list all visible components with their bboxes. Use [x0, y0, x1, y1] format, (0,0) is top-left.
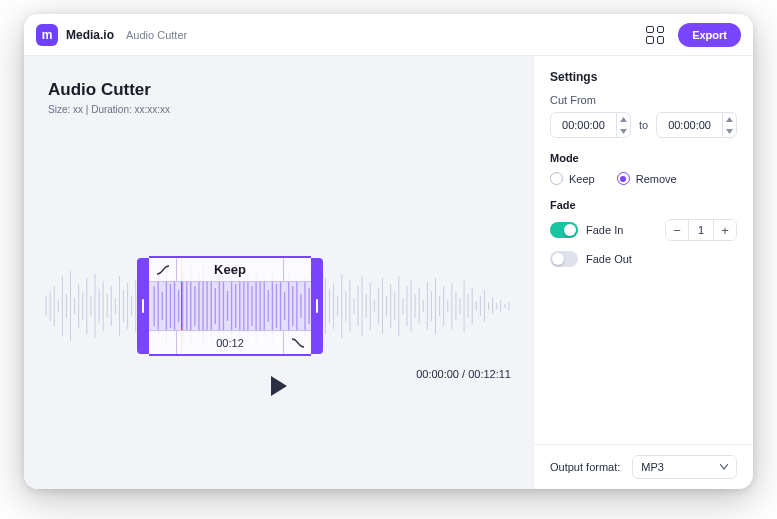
cut-start-input[interactable]: 00:00:00: [550, 112, 631, 138]
selection-handle-left[interactable]: [137, 258, 149, 354]
breadcrumb: Audio Cutter: [126, 29, 187, 41]
selection-mode-label: Keep: [177, 262, 283, 277]
waveform-editor[interactable]: Keep 00:12: [44, 256, 513, 356]
fade-out-label: Fade Out: [586, 253, 632, 265]
settings-sidebar: Settings Cut From 00:00:00 to 00:00:00: [533, 56, 753, 489]
fade-in-stepper[interactable]: − 1 +: [665, 219, 737, 241]
radio-dot-icon: [550, 172, 563, 185]
apps-grid-icon[interactable]: [646, 26, 664, 44]
brand-logo-glyph: m: [42, 28, 53, 42]
mode-keep-radio[interactable]: Keep: [550, 172, 595, 185]
output-format-label: Output format:: [550, 461, 620, 473]
chevron-down-icon: [720, 464, 728, 470]
play-button[interactable]: [271, 376, 287, 396]
fade-out-curve-icon[interactable]: [283, 331, 311, 354]
cut-start-step-up[interactable]: [617, 113, 630, 125]
cut-end-step-up[interactable]: [723, 113, 736, 125]
cut-end-step-down[interactable]: [723, 125, 736, 137]
fade-in-curve-icon[interactable]: [149, 258, 177, 281]
mode-label: Mode: [550, 152, 737, 164]
output-format-select[interactable]: MP3: [632, 455, 737, 479]
mode-keep-label: Keep: [569, 173, 595, 185]
sidebar-footer: Output format: MP3: [534, 444, 753, 489]
fade-in-decrement[interactable]: −: [666, 220, 688, 240]
cut-start-step-down[interactable]: [617, 125, 630, 137]
brand-name: Media.io: [66, 28, 114, 42]
settings-title: Settings: [550, 70, 737, 84]
mode-remove-radio[interactable]: Remove: [617, 172, 677, 185]
app-body: Audio Cutter Size: xx | Duration: xx:xx:…: [24, 56, 753, 489]
selection-handle-right[interactable]: [311, 258, 323, 354]
app-header: m Media.io Audio Cutter Export: [24, 14, 753, 56]
time-total: 00:12:11: [468, 368, 511, 380]
fade-in-label: Fade In: [586, 224, 623, 236]
selection-bottom-bar: 00:12: [149, 330, 311, 354]
file-meta: Size: xx | Duration: xx:xx:xx: [48, 104, 513, 115]
cut-to-label: to: [639, 119, 648, 131]
output-format-value: MP3: [641, 461, 664, 473]
mode-remove-label: Remove: [636, 173, 677, 185]
cut-end-value: 00:00:00: [657, 113, 722, 137]
cut-start-value: 00:00:00: [551, 113, 616, 137]
fade-out-toggle[interactable]: [550, 251, 578, 267]
page-title: Audio Cutter: [48, 80, 513, 100]
fade-label: Fade: [550, 199, 737, 211]
selection-region[interactable]: Keep 00:12: [149, 256, 311, 356]
cut-end-input[interactable]: 00:00:00: [656, 112, 737, 138]
fade-in-value: 1: [688, 220, 714, 240]
radio-dot-icon: [617, 172, 630, 185]
selection-top-bar: Keep: [149, 258, 311, 282]
time-current: 00:00:00: [416, 368, 459, 380]
timecode-display: 00:00:00 / 00:12:11: [416, 368, 511, 380]
export-button[interactable]: Export: [678, 23, 741, 47]
selection-duration: 00:12: [177, 337, 283, 349]
cut-from-label: Cut From: [550, 94, 737, 106]
app-window: m Media.io Audio Cutter Export Audio Cut…: [24, 14, 753, 489]
brand-logo-icon: m: [36, 24, 58, 46]
fade-in-toggle[interactable]: [550, 222, 578, 238]
main-panel: Audio Cutter Size: xx | Duration: xx:xx:…: [24, 56, 533, 489]
fade-in-increment[interactable]: +: [714, 220, 736, 240]
